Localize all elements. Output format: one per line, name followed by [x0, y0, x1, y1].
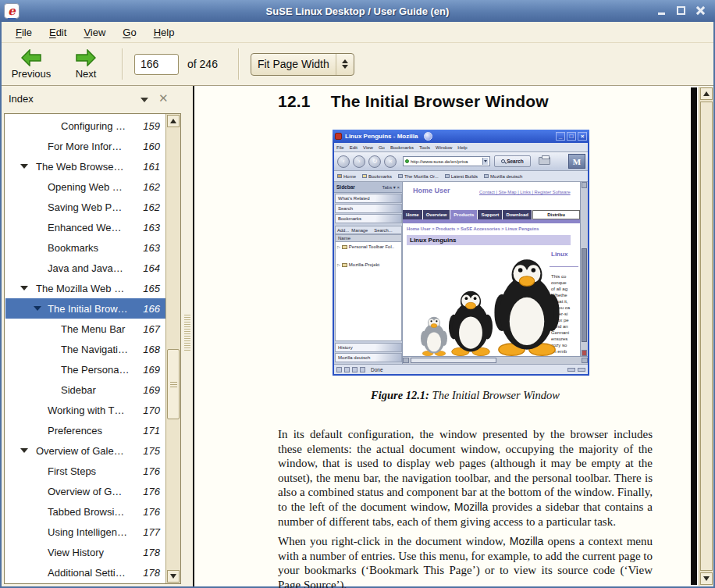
fig-menu-bookmarks[interactable]: Bookmarks — [390, 145, 414, 150]
toc-item[interactable]: View History178 — [5, 542, 165, 562]
toc-label: Overview of G… — [48, 486, 122, 497]
fig-menu-view[interactable]: View — [363, 145, 373, 150]
toc-item[interactable]: Java and Java…164 — [5, 258, 165, 278]
toc-item[interactable]: Saving Web P…162 — [5, 197, 165, 217]
toc-item[interactable]: The Navigati…168 — [5, 339, 165, 359]
fig-sidebar-tab[interactable]: What's Related — [335, 194, 402, 203]
toc-label: Overview of Gale… — [36, 445, 124, 457]
menu-item-view[interactable]: View — [76, 24, 113, 41]
fig-sidebar-tab[interactable]: Search — [335, 204, 402, 213]
toc-item[interactable]: Overview of Gale…175 — [5, 440, 165, 461]
fig-menu-go[interactable]: Go — [379, 145, 385, 150]
fig-ptb-item[interactable]: Bookmarks — [362, 174, 392, 179]
fig-menu-file[interactable]: File — [336, 145, 344, 150]
fig-menu-help[interactable]: Help — [457, 145, 467, 150]
menu-item-help[interactable]: Help — [146, 24, 183, 41]
fig-menu-tools[interactable]: Tools — [419, 145, 430, 150]
splitter-grip-icon[interactable] — [184, 315, 190, 352]
fig-ptb-item[interactable]: Latest Builds — [445, 174, 478, 179]
fig-nav-tab[interactable]: Support — [478, 210, 502, 219]
fig-nav-tab[interactable]: Products — [450, 210, 477, 219]
menu-item-file[interactable]: File — [8, 24, 40, 41]
toolbar-separator — [122, 48, 123, 80]
toc-label: The Web Browse… — [36, 161, 123, 173]
bookmark-icon — [398, 174, 403, 178]
doc-scroll-down-button[interactable] — [700, 572, 713, 585]
index-scrollbar[interactable] — [165, 114, 180, 583]
fig-sidebar-tab[interactable]: History — [335, 343, 402, 352]
expander-icon[interactable] — [20, 164, 28, 169]
toc-item[interactable]: For More Infor…160 — [5, 136, 165, 156]
toc-item[interactable]: Configuring …159 — [5, 116, 165, 136]
twisty-icon[interactable]: ▷ — [337, 262, 340, 267]
mozilla-word: Mozilla — [454, 501, 489, 513]
doc-scrollbar-thumb[interactable] — [700, 102, 713, 571]
toc-page: 160 — [143, 141, 165, 152]
fig-nav-tab[interactable]: Distribu — [532, 210, 580, 219]
fig-nav-tab[interactable]: Home — [403, 210, 422, 219]
toc-item[interactable]: The Mozilla Web …165 — [5, 278, 165, 298]
document-scrollbar[interactable] — [699, 87, 713, 586]
fig-sidebar-tab[interactable]: Bookmarks — [335, 214, 402, 223]
fig-menu-window[interactable]: Window — [436, 145, 452, 150]
toc-page: 176 — [143, 486, 165, 497]
toc-item[interactable]: Sidebar169 — [5, 380, 165, 400]
toc-item[interactable]: Using Intelligen…177 — [5, 522, 165, 542]
toc-item[interactable]: The Web Browse…161 — [5, 156, 165, 176]
fig-ptb-item[interactable]: Mozilla deutsch — [484, 174, 522, 179]
page-number-input[interactable] — [134, 54, 179, 75]
menu-item-edit[interactable]: Edit — [41, 24, 74, 41]
twisty-icon[interactable]: ▷ — [337, 244, 340, 249]
fig-tree-item[interactable]: ▷Personal Toolbar Fol.. — [336, 242, 401, 249]
expander-icon[interactable] — [20, 286, 28, 290]
fig-nav-tab[interactable]: Overview — [423, 210, 450, 219]
expander-icon[interactable] — [34, 306, 41, 311]
menu-item-go[interactable]: Go — [115, 24, 144, 41]
minimize-button[interactable] — [656, 5, 668, 17]
doc-scroll-up-button[interactable] — [700, 87, 713, 100]
toc-label: View History — [48, 547, 104, 558]
fig-ptb-item[interactable]: Home — [337, 174, 356, 179]
penguin-plush-medium — [448, 289, 493, 356]
fig-nav-tab[interactable]: Download — [503, 210, 532, 219]
toc-item[interactable]: Opening Web …162 — [5, 176, 165, 197]
toc-page: 162 — [143, 181, 165, 193]
toc-page: 161 — [143, 161, 165, 173]
scroll-up-button[interactable] — [167, 115, 180, 127]
panel-close-icon[interactable]: ✕ — [158, 91, 169, 105]
zoom-select[interactable]: Fit Page Width — [251, 53, 354, 76]
expander-icon[interactable] — [20, 448, 28, 453]
toc-item[interactable]: Working with T…170 — [5, 400, 165, 420]
fig-printer-icon — [539, 157, 550, 165]
fig-ptb-item[interactable]: The Mozilla Or... — [398, 174, 439, 179]
previous-button[interactable]: Previous — [6, 46, 56, 82]
toc-item[interactable]: The Initial Brow…166 — [5, 298, 165, 319]
app-icon[interactable]: e — [4, 3, 20, 19]
spinner-icon[interactable] — [336, 54, 354, 75]
panel-dropdown-icon[interactable] — [141, 98, 148, 102]
scroll-down-button[interactable] — [167, 570, 180, 583]
toc-item[interactable]: Enhanced We…163 — [5, 217, 165, 237]
toc-item[interactable]: The Persona…169 — [5, 359, 165, 380]
fig-scroll-down-icon — [582, 350, 587, 356]
fig-sidebar-tab[interactable]: Mozilla deutsch — [335, 353, 402, 362]
toc-item[interactable]: Tabbed Browsi…176 — [5, 501, 165, 522]
next-button[interactable]: Next — [61, 46, 111, 82]
toc-page: 167 — [143, 323, 165, 335]
toc-item[interactable]: The Menu Bar167 — [5, 319, 165, 339]
toc-label: The Persona… — [61, 364, 129, 376]
toc-item[interactable]: First Steps176 — [5, 461, 165, 481]
toc-item[interactable]: Preferences171 — [5, 420, 165, 440]
fig-menu-edit[interactable]: Edit — [350, 145, 358, 150]
maximize-button[interactable] — [675, 5, 688, 17]
figure-caption-label: Figure 12.1: — [371, 389, 429, 401]
index-list-frame: Configuring …159For More Infor…160The We… — [4, 113, 181, 584]
pane-splitter[interactable] — [182, 86, 193, 586]
scrollbar-thumb[interactable] — [167, 349, 180, 419]
toc-item[interactable]: Bookmarks163 — [5, 237, 165, 258]
fig-tree-item[interactable]: ▷Mozilla-Projekt — [336, 260, 401, 267]
toc-item[interactable]: Overview of G…176 — [5, 481, 165, 501]
toc-item[interactable]: Additional Setti…178 — [5, 562, 165, 583]
close-button[interactable] — [695, 5, 707, 17]
title-bar[interactable]: e SuSE Linux Desktop / User Guide (en) — [0, 0, 715, 22]
